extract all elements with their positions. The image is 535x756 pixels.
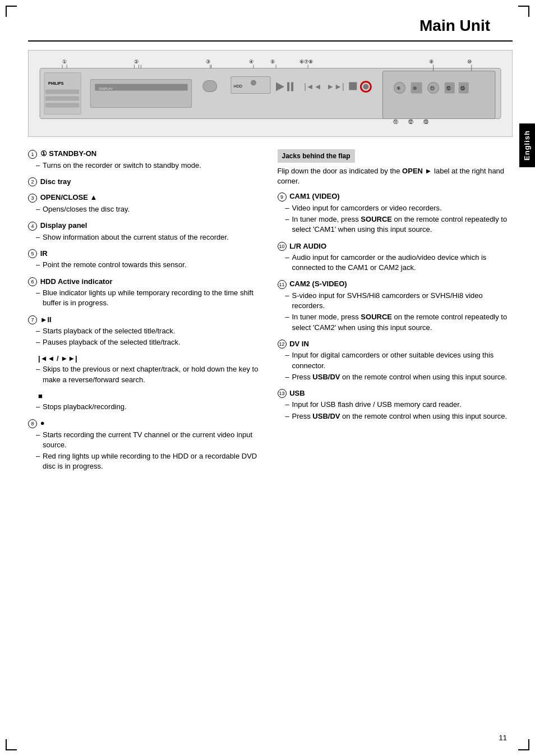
entry-skip-item-1: Skips to the previous or next chapter/tr… bbox=[36, 364, 264, 384]
entry-12-body: Input for digital camcorders or other su… bbox=[278, 350, 513, 382]
entry-13-title: 13 USB bbox=[278, 389, 513, 398]
entry-9-item-2: In tuner mode, press SOURCE on the remot… bbox=[285, 214, 513, 235]
svg-text:⑥⑦⑧: ⑥⑦⑧ bbox=[299, 59, 313, 65]
entry-display-panel: 4 Display panel Show information about t… bbox=[28, 221, 264, 242]
entry-usb: 13 USB Input for USB flash drive / USB m… bbox=[278, 389, 513, 421]
svg-rect-6 bbox=[90, 79, 191, 107]
entry-6-item-1: Blue indicator lights up while temporary… bbox=[36, 288, 264, 308]
entry-3-body: Opens/closes the disc tray. bbox=[28, 204, 264, 214]
entry-9-item-1: Video input for camcorders or video reco… bbox=[285, 203, 513, 213]
entry-3-item-1: Opens/closes the disc tray. bbox=[36, 204, 264, 214]
diagram-svg: PHILIPS DISPLAY HDD |◄◄ ►►| bbox=[29, 51, 512, 136]
page-title: Main Unit bbox=[28, 17, 513, 42]
svg-text:⑩: ⑩ bbox=[467, 59, 472, 65]
entry-11-item-1: S-video input for SVHS/Hi8 camcorders or… bbox=[285, 291, 513, 311]
num-10: 10 bbox=[278, 242, 287, 251]
num-12: 12 bbox=[278, 340, 287, 349]
entry-5-title: 5 IR bbox=[28, 249, 264, 259]
entry-6-body: Blue indicator lights up while temporary… bbox=[28, 288, 264, 308]
entry-12-item-2: Press USB/DV on the remote control when … bbox=[285, 372, 513, 382]
svg-text:⑫: ⑫ bbox=[446, 86, 451, 91]
entry-7-body: Starts playback of the selected title/tr… bbox=[28, 326, 264, 347]
entry-10-item-1: Audio input for camcorder or the audio/v… bbox=[285, 253, 513, 273]
num-9: 9 bbox=[278, 193, 287, 201]
corner-mark-tl bbox=[6, 6, 17, 17]
svg-text:⑪: ⑪ bbox=[393, 119, 398, 125]
entry-6-title: 6 HDD Active indicator bbox=[28, 277, 264, 287]
device-diagram: PHILIPS DISPLAY HDD |◄◄ ►►| bbox=[28, 50, 513, 137]
content-area: 1 ① STANDBY-ON Turns on the recorder or … bbox=[28, 149, 513, 478]
svg-rect-9 bbox=[203, 80, 217, 91]
svg-text:⑨: ⑨ bbox=[396, 86, 400, 91]
entry-8-item-2: Red ring lights up while recording to th… bbox=[36, 451, 264, 471]
entry-8-item-1: Starts recording the current TV channel … bbox=[36, 430, 264, 450]
svg-rect-5 bbox=[45, 103, 79, 108]
svg-text:►►|: ►►| bbox=[326, 82, 344, 91]
entry-13-body: Input for USB flash drive / USB memory c… bbox=[278, 400, 513, 421]
entry-9-title: 9 CAM1 (VIDEO) bbox=[278, 192, 513, 201]
num-8: 8 bbox=[28, 419, 37, 428]
svg-point-20 bbox=[363, 84, 368, 89]
entry-7-item-2: Pauses playback of the selected title/tr… bbox=[36, 337, 264, 347]
entry-10-title: 10 L/R AUDIO bbox=[278, 242, 513, 251]
corner-mark-bl bbox=[6, 739, 17, 750]
entry-dv-in: 12 DV IN Input for digital camcorders or… bbox=[278, 340, 513, 382]
entry-record: 8 ● Starts recording the current TV chan… bbox=[28, 419, 264, 471]
num-1: 1 bbox=[28, 150, 37, 159]
flap-description: Flip down the door as indicated by the O… bbox=[278, 166, 513, 186]
svg-text:|◄◄: |◄◄ bbox=[304, 82, 321, 91]
entry-13-item-2: Press USB/DV on the remote control when … bbox=[285, 411, 513, 421]
entry-stop: ■ Stops playback/recording. bbox=[28, 392, 264, 412]
left-column: 1 ① STANDBY-ON Turns on the recorder or … bbox=[28, 149, 264, 478]
entry-stop-body: Stops playback/recording. bbox=[28, 402, 264, 412]
svg-text:⑩: ⑩ bbox=[413, 86, 417, 91]
entry-8-title: 8 ● bbox=[28, 419, 264, 428]
svg-rect-14 bbox=[287, 82, 289, 91]
svg-text:DISPLAY: DISPLAY bbox=[99, 87, 113, 90]
page: English Main Unit PHILIPS DISPLAY HDD bbox=[0, 0, 535, 756]
flap-label: Jacks behind the flap bbox=[278, 149, 355, 163]
entry-11-title: 11 CAM2 (S-VIDEO) bbox=[278, 280, 513, 289]
entry-13-item-1: Input for USB flash drive / USB memory c… bbox=[285, 400, 513, 410]
svg-text:⑬: ⑬ bbox=[460, 86, 465, 91]
entry-7-item-1: Starts playback of the selected title/tr… bbox=[36, 326, 264, 336]
svg-text:③: ③ bbox=[206, 59, 210, 65]
entry-11-body: S-video input for SVHS/Hi8 camcorders or… bbox=[278, 291, 513, 333]
entry-standby-on: 1 ① STANDBY-ON Turns on the recorder or … bbox=[28, 149, 264, 171]
svg-text:⑤: ⑤ bbox=[270, 59, 275, 65]
svg-rect-21 bbox=[382, 71, 495, 118]
entry-11-item-2: In tuner mode, press SOURCE on the remot… bbox=[285, 312, 513, 332]
entry-ir: 5 IR Point the remote control towards th… bbox=[28, 249, 264, 271]
corner-mark-tr bbox=[518, 6, 529, 17]
entry-skip-title: |◄◄ / ►►| bbox=[28, 354, 264, 363]
entry-stop-item-1: Stops playback/recording. bbox=[36, 402, 264, 412]
num-11: 11 bbox=[278, 280, 287, 289]
entry-4-body: Show information about the current statu… bbox=[28, 232, 264, 242]
entry-1-body: Turns on the recorder or switch to stand… bbox=[28, 161, 264, 171]
entry-skip: |◄◄ / ►►| Skips to the previous or next … bbox=[28, 354, 264, 384]
svg-text:⑫: ⑫ bbox=[408, 119, 413, 125]
entry-play-pause: 7 ►II Starts playback of the selected ti… bbox=[28, 315, 264, 348]
num-5: 5 bbox=[28, 249, 37, 258]
svg-rect-15 bbox=[291, 82, 293, 91]
num-3: 3 bbox=[28, 194, 37, 203]
num-6: 6 bbox=[28, 277, 37, 286]
entry-disc-tray: 2 Disc tray bbox=[28, 177, 264, 187]
entry-12-title: 12 DV IN bbox=[278, 340, 513, 349]
svg-text:⑨: ⑨ bbox=[429, 59, 433, 65]
entry-10-body: Audio input for camcorder or the audio/v… bbox=[278, 253, 513, 273]
entry-open-close: 3 OPEN/CLOSE ▲ Opens/closes the disc tra… bbox=[28, 193, 264, 214]
svg-rect-4 bbox=[45, 97, 79, 101]
num-4: 4 bbox=[28, 222, 37, 231]
entry-cam2: 11 CAM2 (S-VIDEO) S-video input for SVHS… bbox=[278, 280, 513, 332]
entry-cam1: 9 CAM1 (VIDEO) Video input for camcorder… bbox=[278, 192, 513, 235]
svg-text:①: ① bbox=[62, 59, 67, 65]
entry-4-item-1: Show information about the current statu… bbox=[36, 232, 264, 242]
svg-text:PHILIPS: PHILIPS bbox=[48, 81, 64, 85]
svg-text:HDD: HDD bbox=[234, 84, 242, 88]
svg-text:④: ④ bbox=[249, 59, 253, 65]
num-7: 7 bbox=[28, 315, 37, 324]
corner-mark-br bbox=[518, 739, 529, 750]
entry-5-item-1: Point the remote control towards this se… bbox=[36, 260, 264, 270]
entry-3-title: 3 OPEN/CLOSE ▲ bbox=[28, 193, 264, 203]
